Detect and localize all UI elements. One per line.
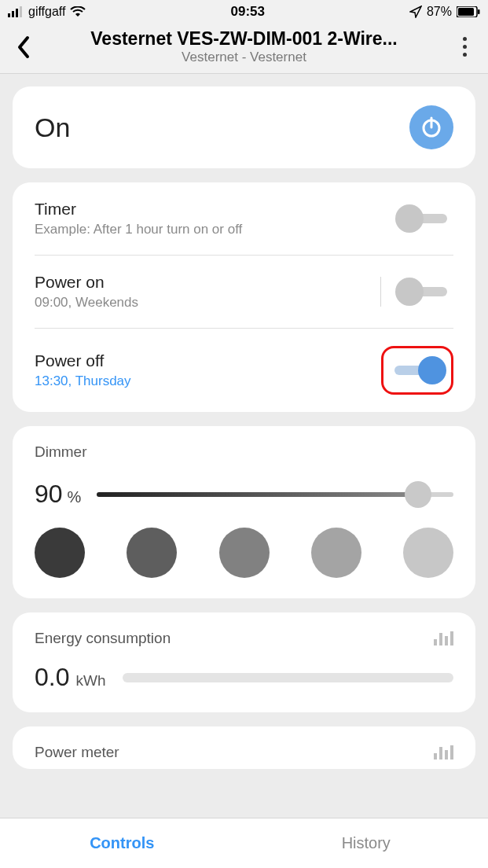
schedule-title: Power off (35, 351, 131, 370)
energy-bar (123, 673, 453, 682)
svg-rect-2 (16, 9, 18, 17)
power-state-card: On (13, 86, 475, 168)
more-vertical-icon (463, 37, 467, 57)
page-title: Vesternet VES-ZW-DIM-001 2-Wire... (38, 28, 450, 50)
energy-number: 0.0 (35, 663, 69, 692)
svg-rect-6 (478, 9, 480, 14)
schedule-title: Power on (35, 273, 138, 292)
schedule-row[interactable]: TimerExample: After 1 hour turn on or of… (35, 182, 453, 256)
energy-unit: kWh (75, 672, 105, 690)
header: Vesternet VES-ZW-DIM-001 2-Wire... Veste… (0, 24, 488, 74)
schedule-subtitle: 13:30, Thursday (35, 373, 131, 389)
schedule-toggle[interactable] (395, 204, 453, 233)
bar-chart-icon[interactable] (434, 631, 453, 645)
dimmer-value: 90 % (35, 480, 81, 509)
dimmer-card: Dimmer 90 % (13, 426, 475, 598)
content-area: On TimerExample: After 1 hour turn on or… (0, 74, 488, 818)
dimmer-preset[interactable] (403, 528, 453, 578)
svg-rect-3 (20, 6, 22, 17)
schedule-card: TimerExample: After 1 hour turn on or of… (13, 182, 475, 412)
carrier-label: giffgaff (28, 5, 65, 19)
power-icon (420, 116, 443, 139)
dimmer-preset[interactable] (35, 528, 85, 578)
tab-bar: Controls History (0, 818, 488, 868)
svg-rect-1 (12, 11, 14, 17)
schedule-toggle[interactable] (395, 278, 453, 306)
power-button[interactable] (409, 105, 453, 149)
divider (380, 277, 381, 307)
dimmer-number: 90 (35, 480, 63, 509)
svg-rect-0 (8, 13, 10, 17)
more-button[interactable] (450, 29, 479, 65)
tab-controls[interactable]: Controls (0, 818, 244, 868)
slider-handle[interactable] (405, 481, 431, 508)
page-subtitle: Vesternet - Vesternet (38, 50, 450, 65)
tab-history[interactable]: History (244, 818, 489, 868)
highlight-annotation (381, 346, 453, 395)
schedule-title: Timer (35, 200, 242, 219)
dimmer-presets (35, 528, 453, 578)
svg-rect-5 (458, 8, 474, 16)
wifi-icon (70, 6, 86, 17)
schedule-row[interactable]: Power on09:00, Weekends (35, 256, 453, 329)
schedule-subtitle: Example: After 1 hour turn on or off (35, 222, 242, 237)
dimmer-preset[interactable] (127, 528, 177, 578)
slider-track (97, 492, 453, 497)
energy-value: 0.0 kWh (35, 663, 105, 692)
energy-card: Energy consumption 0.0 kWh (13, 612, 475, 712)
power-state-label: On (35, 112, 70, 143)
schedule-toggle[interactable] (388, 356, 446, 384)
signal-icon (8, 6, 24, 17)
schedule-row[interactable]: Power off13:30, Thursday (35, 329, 453, 412)
power-meter-card: Power meter (13, 726, 475, 769)
dimmer-unit: % (68, 488, 82, 506)
dimmer-slider[interactable] (97, 480, 453, 509)
chevron-left-icon (17, 35, 31, 59)
energy-title: Energy consumption (35, 630, 171, 647)
dimmer-label: Dimmer (35, 443, 453, 461)
back-button[interactable] (9, 29, 38, 65)
power-meter-title: Power meter (35, 744, 119, 761)
battery-icon (457, 6, 480, 17)
clock: 09:53 (230, 4, 264, 20)
battery-percent: 87% (427, 5, 452, 19)
dimmer-preset[interactable] (219, 528, 270, 578)
status-bar: giffgaff 09:53 87% (0, 0, 488, 24)
dimmer-preset[interactable] (311, 528, 361, 578)
bar-chart-icon[interactable] (434, 745, 453, 760)
schedule-subtitle: 09:00, Weekends (35, 295, 138, 311)
location-icon (409, 6, 422, 18)
